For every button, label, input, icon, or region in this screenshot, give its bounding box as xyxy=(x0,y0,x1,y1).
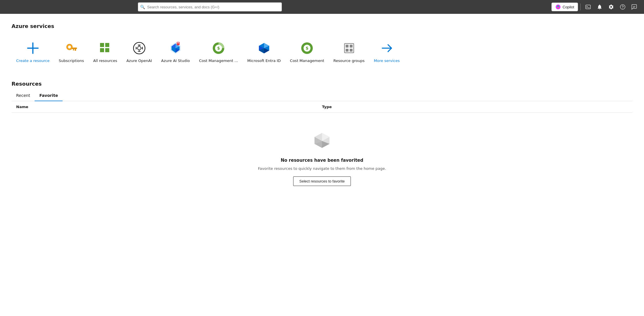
service-label: Azure AI Studio xyxy=(161,59,190,63)
service-item-microsoft-entra-id[interactable]: Microsoft Entra ID xyxy=(243,37,285,67)
cost-management-2-icon: $ xyxy=(300,41,315,56)
service-item-subscriptions[interactable]: Subscriptions xyxy=(54,37,89,67)
topbar-right: Copilot xyxy=(551,2,639,12)
gear-icon xyxy=(608,4,614,10)
search-input[interactable] xyxy=(138,2,282,12)
tab-favorite[interactable]: Favorite xyxy=(35,90,63,101)
svg-point-17 xyxy=(133,42,145,54)
svg-rect-39 xyxy=(346,49,349,52)
copilot-label: Copilot xyxy=(563,5,574,9)
svg-point-3 xyxy=(622,8,623,8)
terminal-icon xyxy=(585,4,591,10)
entra-icon xyxy=(257,41,272,56)
service-label: All resources xyxy=(93,59,117,63)
azure-services-section: Azure services Create a resource xyxy=(12,23,632,67)
service-item-resource-groups[interactable]: Resource groups xyxy=(329,37,369,67)
service-item-azure-openai[interactable]: Azure OpenAI xyxy=(122,37,157,67)
copilot-button[interactable]: Copilot xyxy=(551,3,578,11)
resources-section: Resources Recent Favorite Name Type No r… xyxy=(12,81,632,198)
feedback-button[interactable] xyxy=(629,2,639,12)
svg-rect-38 xyxy=(350,45,353,48)
empty-cube-icon xyxy=(312,130,332,151)
plus-icon xyxy=(25,41,40,56)
svg-rect-10 xyxy=(72,48,77,49)
service-label: Cost Management ... xyxy=(199,59,238,63)
service-label: Azure OpenAI xyxy=(126,59,152,63)
svg-rect-12 xyxy=(73,49,74,50)
feedback-icon xyxy=(631,4,637,10)
notifications-button[interactable] xyxy=(594,2,605,12)
arrow-icon xyxy=(379,41,394,56)
service-item-create-resource[interactable]: Create a resource xyxy=(12,37,54,67)
table-header: Name Type xyxy=(12,101,632,113)
copilot-icon xyxy=(555,4,561,10)
service-item-azure-ai-studio[interactable]: Azure AI Studio xyxy=(157,37,194,67)
settings-button[interactable] xyxy=(606,2,616,12)
key-icon xyxy=(64,41,79,56)
cost-management-1-icon: $ xyxy=(211,41,226,56)
resources-tabs: Recent Favorite xyxy=(12,90,632,101)
terminal-button[interactable] xyxy=(583,2,593,12)
service-item-cost-management-1[interactable]: $ Cost Management ... xyxy=(194,37,242,67)
azure-services-title: Azure services xyxy=(12,23,632,29)
svg-point-18 xyxy=(138,46,141,50)
service-label: Resource groups xyxy=(334,59,365,63)
svg-rect-16 xyxy=(105,48,109,52)
empty-subtitle: Favorite resources to quickly navigate t… xyxy=(258,166,386,171)
topbar: 🔍 Copilot xyxy=(0,0,644,14)
select-resources-button[interactable]: Select resources to favorite xyxy=(293,176,351,186)
services-grid: Create a resource Subscriptions xyxy=(12,37,632,67)
ai-studio-icon xyxy=(168,41,183,56)
svg-text:$: $ xyxy=(217,46,220,50)
resource-groups-icon xyxy=(342,41,357,56)
search-icon: 🔍 xyxy=(140,5,145,9)
help-icon xyxy=(620,4,626,10)
column-name-header: Name xyxy=(16,105,322,109)
resources-title: Resources xyxy=(12,81,632,87)
openai-icon xyxy=(132,41,147,56)
svg-point-2 xyxy=(620,5,625,10)
bell-icon xyxy=(597,4,602,10)
svg-rect-11 xyxy=(75,49,76,51)
svg-rect-40 xyxy=(350,49,353,52)
service-label: Create a resource xyxy=(16,59,50,63)
grid-icon xyxy=(98,41,113,56)
search-container: 🔍 xyxy=(138,2,282,12)
svg-point-9 xyxy=(68,46,71,48)
empty-state: No resources have been favorited Favorit… xyxy=(12,113,632,198)
empty-title: No resources have been favorited xyxy=(281,158,364,163)
help-button[interactable] xyxy=(617,2,628,12)
svg-text:$: $ xyxy=(306,46,308,50)
svg-rect-14 xyxy=(105,43,109,47)
topbar-divider xyxy=(580,3,581,10)
service-label: More services xyxy=(374,59,400,63)
service-item-all-resources[interactable]: All resources xyxy=(88,37,122,67)
service-item-more-services[interactable]: More services xyxy=(369,37,404,67)
column-type-header: Type xyxy=(322,105,628,109)
service-label: Subscriptions xyxy=(59,59,84,63)
tab-recent[interactable]: Recent xyxy=(12,90,35,101)
service-label: Cost Management xyxy=(290,59,324,63)
main-content: Azure services Create a resource xyxy=(0,14,644,316)
service-item-cost-management-2[interactable]: $ Cost Management xyxy=(285,37,329,67)
svg-rect-13 xyxy=(100,43,104,47)
svg-rect-0 xyxy=(586,5,591,9)
svg-rect-15 xyxy=(100,48,104,52)
service-label: Microsoft Entra ID xyxy=(247,59,281,63)
svg-rect-37 xyxy=(346,45,349,48)
